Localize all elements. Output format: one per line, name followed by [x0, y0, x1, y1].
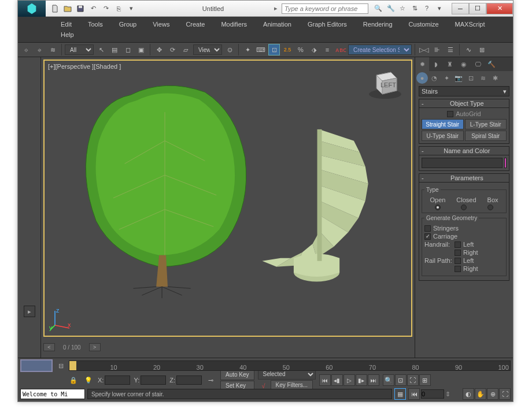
- object-name-input[interactable]: [422, 158, 503, 168]
- geometry-subtab-icon[interactable]: ●: [416, 72, 428, 84]
- scroll-right-button[interactable]: >: [89, 343, 101, 351]
- modify-tab-icon[interactable]: ◗: [429, 57, 443, 71]
- angle-snap-icon[interactable]: 2.5: [282, 44, 293, 55]
- type-radio-box[interactable]: [487, 204, 493, 210]
- carriage-checkbox[interactable]: ✓: [424, 233, 431, 240]
- timeline-ruler[interactable]: 0102030405060708090100: [69, 360, 511, 371]
- menu-group[interactable]: Group: [111, 19, 145, 29]
- exchange-icon[interactable]: ⇅: [412, 5, 423, 12]
- ref-coord-dropdown[interactable]: View: [193, 44, 222, 55]
- railpath-left-checkbox[interactable]: [455, 258, 461, 264]
- railpath-right-checkbox[interactable]: [455, 266, 461, 272]
- search-toggle-icon[interactable]: ▸: [274, 5, 280, 12]
- helpers-subtab-icon[interactable]: ⊡: [465, 72, 476, 84]
- menu-maxscript[interactable]: MAXScript: [447, 19, 493, 29]
- snap-toggle-icon[interactable]: ⊡: [268, 44, 280, 55]
- unlink-tool-icon[interactable]: ⟐̸: [34, 44, 45, 55]
- bind-spacewarp-icon[interactable]: ≋: [47, 44, 58, 55]
- play-icon[interactable]: ▷: [343, 374, 355, 386]
- display-tab-icon[interactable]: 🖵: [471, 57, 485, 71]
- systems-subtab-icon[interactable]: ✱: [489, 72, 501, 84]
- percent-snap-icon[interactable]: %: [295, 44, 306, 55]
- prev-key-icon[interactable]: ⏮: [408, 388, 420, 400]
- link-tool-icon[interactable]: ⟐: [20, 44, 32, 55]
- app-menu-button[interactable]: [18, 1, 46, 17]
- object-type-header[interactable]: -Object Type: [419, 99, 509, 108]
- edit-named-sel-icon[interactable]: ≡: [322, 44, 333, 55]
- selection-filter-dropdown[interactable]: All: [65, 44, 94, 55]
- menu-animation[interactable]: Animation: [255, 19, 300, 29]
- orbit-icon[interactable]: ⊕: [487, 388, 498, 400]
- window-crossing-icon[interactable]: ▣: [135, 44, 147, 55]
- create-tab-icon[interactable]: ✹: [415, 57, 429, 71]
- playback-toggle-icon[interactable]: ▸: [24, 306, 35, 317]
- y-coord-input[interactable]: [141, 375, 166, 385]
- menu-help[interactable]: Help: [53, 29, 82, 40]
- type-radio-open[interactable]: [435, 204, 441, 210]
- scale-tool-icon[interactable]: ▱: [180, 44, 191, 55]
- viewcube[interactable]: LEFT: [365, 66, 405, 101]
- help-dropdown-icon[interactable]: ▾: [438, 5, 448, 12]
- stringers-checkbox[interactable]: [424, 225, 431, 232]
- shapes-subtab-icon[interactable]: ◔: [428, 72, 440, 84]
- goto-end-icon[interactable]: ⏭: [368, 374, 379, 386]
- zoom-extents-icon[interactable]: ⛶: [407, 374, 419, 386]
- timeline-thumb[interactable]: [20, 359, 53, 372]
- hierarchy-tab-icon[interactable]: ♜: [443, 57, 457, 71]
- cameras-subtab-icon[interactable]: 📷: [453, 72, 464, 84]
- save-icon[interactable]: [75, 3, 86, 14]
- category-dropdown[interactable]: Stairs▾: [419, 86, 509, 96]
- motion-tab-icon[interactable]: ◉: [457, 57, 471, 71]
- redo-icon[interactable]: ↷: [100, 3, 112, 14]
- pan-icon[interactable]: ✋: [475, 388, 486, 400]
- select-region-icon[interactable]: ◻: [122, 44, 134, 55]
- search-input[interactable]: [282, 3, 368, 14]
- handrail-left-checkbox[interactable]: [455, 241, 461, 248]
- type-radio-closed[interactable]: [461, 204, 467, 210]
- listener-box[interactable]: Welcome to Mi: [20, 389, 85, 399]
- menu-tools[interactable]: Tools: [80, 19, 111, 29]
- adaptive-degradation-icon[interactable]: ▦: [394, 388, 406, 400]
- minimize-button[interactable]: ─: [452, 3, 469, 14]
- qat-dropdown-icon[interactable]: ▾: [125, 3, 137, 14]
- fov-icon[interactable]: ◐: [463, 388, 474, 400]
- viewport[interactable]: [+][Perspective ][Shaded ]: [43, 60, 412, 337]
- menu-modifiers[interactable]: Modifiers: [213, 19, 255, 29]
- isolate-icon[interactable]: 💡: [83, 374, 94, 386]
- spacewarps-subtab-icon[interactable]: ≋: [477, 72, 489, 84]
- undo-icon[interactable]: ↶: [87, 3, 99, 14]
- auto-key-button[interactable]: Auto Key: [220, 370, 254, 380]
- timeline-slider[interactable]: [69, 361, 76, 370]
- favorite-icon[interactable]: ☆: [400, 5, 410, 12]
- curve-editor-icon[interactable]: ∿: [463, 44, 474, 55]
- mirror-tool-icon[interactable]: ▷◁: [418, 44, 430, 55]
- menu-customize[interactable]: Customize: [401, 19, 447, 29]
- move-tool-icon[interactable]: ✥: [153, 44, 165, 55]
- timeline-config-icon[interactable]: ⊟: [55, 362, 66, 370]
- handrail-right-checkbox[interactable]: [455, 250, 461, 256]
- current-frame-input[interactable]: [421, 389, 444, 399]
- rotate-tool-icon[interactable]: ⟳: [167, 44, 178, 55]
- color-swatch[interactable]: [504, 158, 507, 168]
- binoculars-icon[interactable]: 🔍: [374, 5, 385, 12]
- u-type-stair-button[interactable]: U-Type Stair: [422, 131, 464, 141]
- menu-create[interactable]: Create: [178, 19, 213, 29]
- maximize-viewport-icon[interactable]: ⛶: [499, 388, 511, 400]
- manipulate-icon[interactable]: ✦: [242, 44, 253, 55]
- help-icon[interactable]: ?: [425, 5, 435, 12]
- align-icon[interactable]: ⊪: [431, 44, 443, 55]
- key-icon[interactable]: 🔧: [387, 5, 397, 12]
- prev-frame-icon[interactable]: ◂▮: [331, 374, 343, 386]
- menu-rendering[interactable]: Rendering: [355, 19, 401, 29]
- scroll-left-button[interactable]: <: [43, 343, 55, 351]
- spinner-snap-icon[interactable]: ⬗: [308, 44, 320, 55]
- pivot-center-icon[interactable]: ⊙: [224, 44, 235, 55]
- maximize-button[interactable]: ☐: [469, 3, 486, 14]
- lock-selection-icon[interactable]: 🔒: [68, 374, 79, 386]
- x-coord-input[interactable]: [105, 375, 130, 385]
- parameters-header[interactable]: -Parameters: [419, 173, 509, 183]
- next-frame-icon[interactable]: ▮▸: [356, 374, 367, 386]
- menu-views[interactable]: Views: [145, 19, 178, 29]
- mirror-icon[interactable]: ᴀʙᴄ: [335, 44, 346, 55]
- name-color-header[interactable]: -Name and Color: [419, 146, 509, 155]
